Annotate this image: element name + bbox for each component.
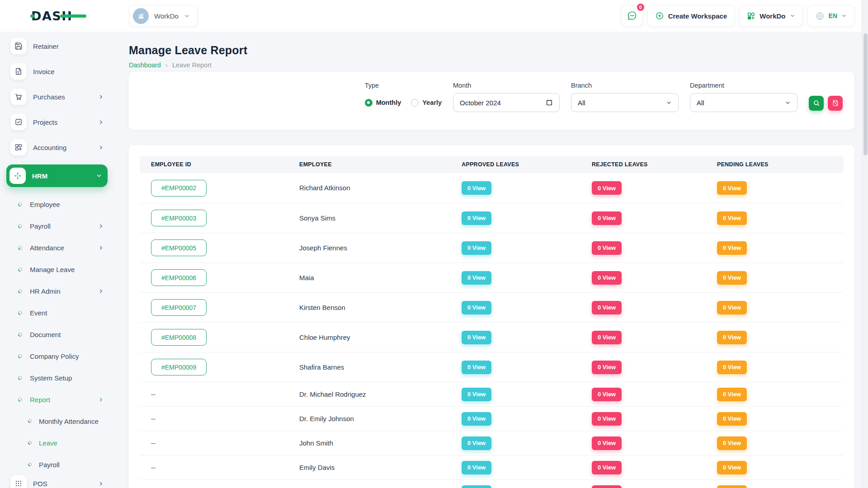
month-input[interactable]: October 2024 <box>453 93 560 112</box>
pending-view-badge[interactable]: 0 View <box>717 181 747 195</box>
radio-unchecked-icon[interactable] <box>411 99 419 107</box>
rejected-view-badge[interactable]: 0 View <box>592 485 622 488</box>
pending-view-badge[interactable]: 0 View <box>717 485 747 488</box>
employee-id-button[interactable]: #EMP00002 <box>151 180 207 197</box>
sidebar-item-invoice[interactable]: Invoice <box>6 63 108 80</box>
rejected-view-badge[interactable]: 0 View <box>592 361 622 374</box>
reset-filter-button[interactable] <box>828 96 843 111</box>
calendar-icon[interactable] <box>546 99 553 106</box>
rejected-view-badge[interactable]: 0 View <box>592 181 622 195</box>
table-row: #EMP00008Chloe Humphrey0 View0 View0 Vie… <box>140 322 844 352</box>
create-workspace-button[interactable]: Create Workspace <box>647 5 735 27</box>
employee-id-empty: -- <box>151 464 156 471</box>
radio-checked-icon[interactable] <box>365 99 373 107</box>
employee-id-button[interactable]: #EMP00009 <box>151 359 207 375</box>
pending-view-badge[interactable]: 0 View <box>717 461 747 474</box>
leave-report-table: EMPLOYEE ID EMPLOYEE APPROVED LEAVES REJ… <box>129 145 854 488</box>
pending-view-badge[interactable]: 0 View <box>717 271 747 285</box>
sidebar-item-label: System Setup <box>30 374 72 382</box>
sidebar-item-leave[interactable]: Leave <box>6 432 108 454</box>
approved-view-badge[interactable]: 0 View <box>462 331 491 344</box>
employee-id-button[interactable]: #EMP00007 <box>151 299 207 316</box>
approved-view-badge[interactable]: 0 View <box>462 485 491 488</box>
sidebar-item-label: Report <box>30 396 50 404</box>
pending-view-badge[interactable]: 0 View <box>717 211 747 225</box>
employee-id-button[interactable]: #EMP00006 <box>151 269 207 286</box>
rejected-view-badge[interactable]: 0 View <box>592 271 622 285</box>
employee-id-button[interactable]: #EMP00003 <box>151 210 207 226</box>
breadcrumb-current: Leave Report <box>172 61 212 69</box>
hrm-icon <box>9 168 26 184</box>
sidebar-item-purchases[interactable]: Purchases <box>6 89 108 105</box>
topbar: DASH WorkDo 0 <box>0 0 868 32</box>
radio-monthly[interactable]: Monthly <box>365 99 401 107</box>
sidebar-item-accounting[interactable]: Accounting <box>6 139 108 155</box>
sidebar-item-projects[interactable]: Projects <box>6 114 108 130</box>
rejected-view-badge[interactable]: 0 View <box>592 388 622 401</box>
workspace-switcher[interactable]: WorkDo <box>129 5 198 27</box>
sidebar-item-hr-admin[interactable]: HR Admin <box>6 280 108 302</box>
approved-view-badge[interactable]: 0 View <box>462 388 491 401</box>
bullet-icon <box>17 223 23 229</box>
department-select[interactable]: All <box>690 93 797 112</box>
approved-view-badge[interactable]: 0 View <box>462 461 491 474</box>
grid-plus-icon <box>10 139 27 155</box>
rejected-view-badge[interactable]: 0 View <box>592 412 622 426</box>
page-scrollbar[interactable] <box>862 0 868 488</box>
employee-id-button[interactable]: #EMP00008 <box>151 329 207 346</box>
approved-view-badge[interactable]: 0 View <box>462 181 491 195</box>
check-square-icon <box>10 114 27 130</box>
rejected-view-badge[interactable]: 0 View <box>592 301 622 314</box>
sidebar-item-monthly-attendance[interactable]: Monthly Attendance <box>6 410 108 432</box>
workdo-menu-button[interactable]: WorkDo <box>739 5 802 27</box>
approved-view-badge[interactable]: 0 View <box>462 361 491 374</box>
sidebar-item-payroll[interactable]: Payroll <box>6 454 108 475</box>
sidebar-item-event[interactable]: Event <box>6 302 108 324</box>
pending-view-badge[interactable]: 0 View <box>717 331 747 344</box>
sidebar-item-label: POS <box>33 480 47 488</box>
rejected-view-badge[interactable]: 0 View <box>592 331 622 344</box>
approved-view-badge[interactable]: 0 View <box>462 211 491 225</box>
scrollbar-thumb[interactable] <box>863 33 868 155</box>
rejected-view-badge[interactable]: 0 View <box>592 436 622 450</box>
sidebar-item-payroll[interactable]: Payroll <box>6 215 108 237</box>
radio-yearly[interactable]: Yearly <box>411 99 442 107</box>
approved-view-badge[interactable]: 0 View <box>462 301 491 314</box>
approved-view-badge[interactable]: 0 View <box>462 271 491 285</box>
sidebar-item-company-policy[interactable]: Company Policy <box>6 345 108 367</box>
sidebar-item-retainer[interactable]: Retainer <box>6 38 108 54</box>
approved-view-badge[interactable]: 0 View <box>462 241 491 255</box>
search-button[interactable] <box>809 96 824 111</box>
pending-view-badge[interactable]: 0 View <box>717 361 747 374</box>
breadcrumb-dashboard-link[interactable]: Dashboard <box>129 61 161 69</box>
pending-view-badge[interactable]: 0 View <box>717 301 747 314</box>
rejected-view-badge[interactable]: 0 View <box>592 211 622 225</box>
sidebar-item-report[interactable]: Report <box>6 389 108 410</box>
sidebar-item-manage-leave[interactable]: Manage Leave <box>6 258 108 280</box>
rejected-view-badge[interactable]: 0 View <box>592 461 622 474</box>
rejected-view-badge[interactable]: 0 View <box>592 241 622 255</box>
sidebar-item-document[interactable]: Document <box>6 324 108 345</box>
sidebar-item-employee[interactable]: Employee <box>6 193 108 215</box>
sidebar-item-system-setup[interactable]: System Setup <box>6 367 108 389</box>
chevron-down-icon <box>841 13 847 19</box>
pending-view-badge[interactable]: 0 View <box>717 241 747 255</box>
sidebar-item-hrm[interactable]: HRM <box>6 164 108 187</box>
approved-view-badge[interactable]: 0 View <box>462 412 491 426</box>
workdo-menu-label: WorkDo <box>760 12 785 20</box>
pending-view-badge[interactable]: 0 View <box>717 412 747 426</box>
sidebar-item-attendance[interactable]: Attendance <box>6 237 108 258</box>
language-selector[interactable]: EN <box>807 5 854 27</box>
sidebar-item-pos[interactable]: POS <box>6 475 108 488</box>
sidebar-item-label: Document <box>30 331 61 338</box>
pending-view-badge[interactable]: 0 View <box>717 388 747 401</box>
employee-id-button[interactable]: #EMP00005 <box>151 239 207 256</box>
branch-select[interactable]: All <box>571 93 679 112</box>
pending-view-badge[interactable]: 0 View <box>717 436 747 450</box>
table-body: #EMP00002Richard Atkinson0 View0 View0 V… <box>140 173 844 488</box>
messages-button[interactable]: 0 <box>621 5 643 27</box>
sidebar-item-label: Projects <box>33 118 57 126</box>
table-row: --James Brown0 View0 View0 View <box>140 479 844 488</box>
grid-plus-icon <box>747 12 755 20</box>
approved-view-badge[interactable]: 0 View <box>462 436 491 450</box>
